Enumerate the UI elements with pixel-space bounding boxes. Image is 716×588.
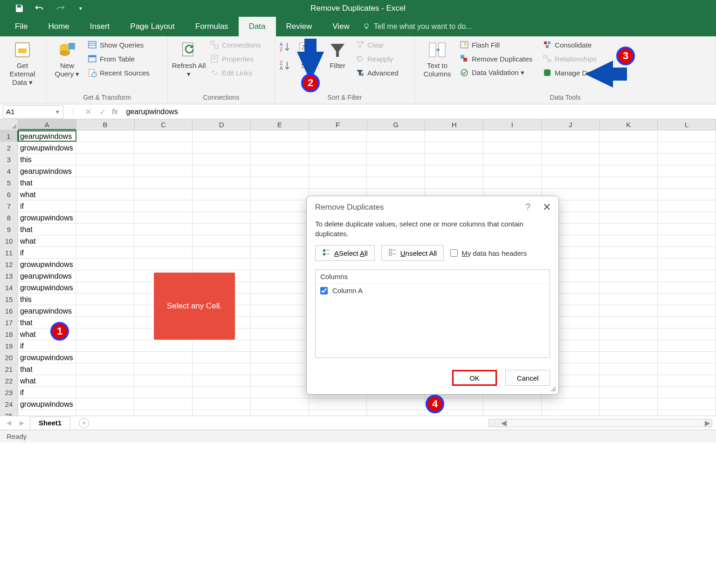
horizontal-scrollbar[interactable]: ⋮ ◀ ▶ (489, 419, 712, 427)
from-table-button[interactable]: From Table (86, 52, 151, 65)
row-header[interactable]: 7 (0, 200, 18, 212)
cell[interactable] (76, 224, 135, 235)
cell[interactable] (134, 130, 193, 142)
cell[interactable] (658, 398, 716, 410)
column-a-checkbox[interactable] (320, 287, 328, 294)
col-header[interactable]: G (367, 119, 426, 130)
cell[interactable] (193, 340, 251, 351)
cell[interactable] (134, 363, 193, 375)
cell[interactable] (599, 259, 658, 270)
cell[interactable] (599, 235, 658, 246)
row-header[interactable]: 9 (0, 224, 18, 235)
row-header[interactable]: 24 (0, 398, 18, 410)
cell[interactable] (599, 398, 658, 410)
cell[interactable] (658, 142, 716, 153)
col-header[interactable]: E (251, 119, 309, 130)
cell[interactable] (658, 340, 716, 351)
scroll-left-icon[interactable]: ◀ (500, 419, 508, 427)
cell[interactable] (76, 328, 135, 340)
filter-button[interactable]: Filter (324, 38, 351, 70)
scroll-right-icon[interactable]: ▶ (703, 419, 712, 427)
cell[interactable]: what (18, 189, 76, 200)
cell[interactable] (193, 375, 251, 386)
scroll-track[interactable] (508, 419, 703, 427)
cell[interactable] (309, 398, 367, 410)
cell[interactable] (483, 130, 542, 142)
dialog-resize-grip[interactable] (549, 385, 556, 391)
cell[interactable] (134, 410, 193, 416)
advanced-button[interactable]: Advanced (353, 66, 400, 79)
cell[interactable] (599, 328, 658, 340)
cell[interactable] (76, 352, 135, 363)
row-header[interactable]: 15 (0, 294, 18, 305)
fx-icon[interactable]: fx (112, 108, 117, 116)
cell[interactable]: if (18, 247, 76, 258)
cell[interactable] (193, 235, 251, 246)
cell[interactable] (76, 259, 135, 270)
flash-fill-button[interactable]: Flash Fill (458, 38, 534, 51)
cell[interactable] (483, 410, 542, 416)
row-header[interactable]: 20 (0, 352, 18, 363)
cell[interactable] (76, 282, 135, 293)
cell[interactable] (542, 142, 600, 153)
cell[interactable] (193, 247, 251, 258)
cell[interactable] (134, 375, 193, 386)
cell[interactable] (193, 177, 251, 188)
cell[interactable]: if (18, 387, 76, 398)
cell[interactable]: if (18, 340, 76, 351)
cell[interactable]: what (18, 375, 76, 386)
show-queries-button[interactable]: Show Queries (86, 38, 151, 51)
cell[interactable] (251, 375, 309, 386)
tab-home[interactable]: Home (38, 17, 79, 36)
row-header[interactable]: 14 (0, 282, 18, 293)
col-header[interactable]: C (135, 119, 193, 130)
cell[interactable] (193, 130, 251, 142)
cell[interactable] (309, 177, 367, 188)
dialog-help-icon[interactable]: ? (525, 202, 530, 212)
connections-button[interactable]: Connections (208, 38, 262, 51)
cell[interactable] (134, 165, 193, 177)
cell[interactable]: that (18, 224, 76, 235)
cell[interactable] (599, 410, 658, 416)
cell[interactable] (599, 363, 658, 375)
row-header[interactable]: 22 (0, 375, 18, 386)
cell[interactable] (658, 294, 716, 305)
sheet-nav-next-icon[interactable]: ▶ (17, 419, 27, 426)
cell[interactable] (251, 200, 309, 212)
cell[interactable] (251, 165, 309, 177)
cell[interactable] (309, 130, 367, 142)
sort-asc-icon[interactable]: AZ (279, 41, 292, 53)
cell[interactable] (134, 340, 193, 351)
cell[interactable] (134, 142, 193, 153)
cell[interactable] (251, 398, 309, 410)
cell[interactable] (658, 259, 716, 270)
cancel-formula-icon[interactable]: ✕ (85, 107, 92, 117)
cell[interactable] (193, 154, 251, 165)
cell[interactable] (542, 410, 600, 416)
cell[interactable] (193, 189, 251, 200)
undo-icon[interactable] (34, 3, 45, 14)
cell[interactable] (658, 165, 716, 177)
col-header[interactable]: B (76, 119, 135, 130)
cell[interactable] (76, 189, 135, 200)
cell[interactable] (134, 352, 193, 363)
cell[interactable] (599, 224, 658, 235)
cell[interactable] (658, 235, 716, 246)
cell[interactable] (134, 189, 193, 200)
cell[interactable] (251, 212, 309, 223)
cell[interactable] (658, 224, 716, 235)
cell[interactable] (599, 282, 658, 293)
cell[interactable] (251, 224, 309, 235)
cell[interactable]: that (18, 177, 76, 188)
new-query-button[interactable]: New Query ▾ (50, 38, 84, 78)
cell[interactable]: growupwindows (18, 352, 76, 363)
cell[interactable]: if (18, 200, 76, 212)
cell[interactable] (193, 200, 251, 212)
cell[interactable] (425, 142, 483, 153)
cell[interactable] (134, 212, 193, 223)
cell[interactable]: this (18, 294, 76, 305)
cell[interactable] (193, 142, 251, 153)
cell[interactable] (251, 189, 309, 200)
cell[interactable] (193, 259, 251, 270)
cell[interactable] (251, 247, 309, 258)
